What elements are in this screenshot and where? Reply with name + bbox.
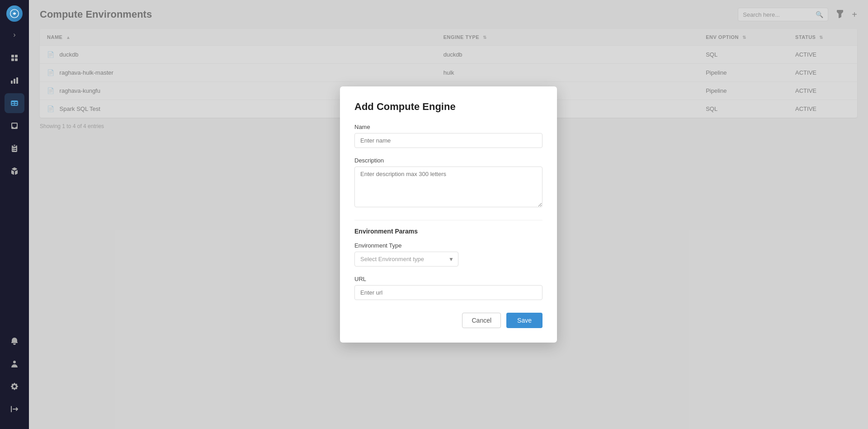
modal-footer: Cancel Save [354,313,542,328]
app-logo[interactable] [6,5,23,22]
section-divider [354,220,542,220]
save-button[interactable]: Save [506,313,542,328]
description-input[interactable] [354,167,542,207]
sidebar-item-settings[interactable] [5,377,24,396]
cancel-button[interactable]: Cancel [462,313,501,328]
sidebar-toggle[interactable]: › [13,31,15,39]
sidebar: › [0,0,29,429]
sidebar-item-dashboard[interactable] [5,48,24,68]
sidebar-bottom [5,331,24,424]
env-type-form-group: Environment Type Select Environment type… [354,242,542,267]
description-form-group: Description [354,157,542,209]
sidebar-item-integrations[interactable] [5,161,24,181]
sidebar-item-analytics[interactable] [5,71,24,91]
add-compute-engine-modal: Add Compute Engine Name Description Envi… [340,86,557,343]
url-form-group: URL [354,276,542,300]
env-params-title: Environment Params [354,228,542,235]
sidebar-item-inbox[interactable] [5,116,24,136]
url-label: URL [354,276,542,282]
url-input[interactable] [354,285,542,300]
main-content: Compute Environments 🔍 + NAME ▲ [29,0,868,429]
sidebar-nav [0,48,29,331]
name-input[interactable] [354,133,542,148]
name-label: Name [354,124,542,130]
sidebar-item-table[interactable] [5,93,24,113]
modal-title: Add Compute Engine [354,101,542,113]
sidebar-item-notifications[interactable] [5,331,24,351]
env-type-label: Environment Type [354,242,542,249]
name-form-group: Name [354,124,542,148]
env-type-select-wrapper: Select Environment type ▼ [354,252,458,267]
sidebar-item-profile[interactable] [5,354,24,374]
modal-overlay: Add Compute Engine Name Description Envi… [29,0,868,429]
sidebar-item-layers[interactable] [5,138,24,158]
sidebar-item-logout[interactable] [5,399,24,419]
env-type-select[interactable]: Select Environment type [354,252,458,267]
description-label: Description [354,157,542,164]
